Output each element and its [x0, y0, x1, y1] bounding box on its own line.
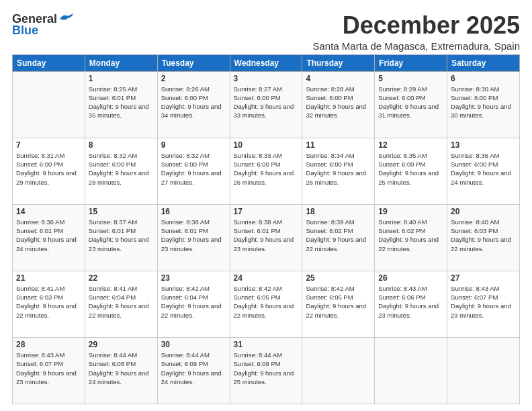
- week-row-1: 7 Sunrise: 8:31 AMSunset: 6:00 PMDayligh…: [13, 138, 520, 204]
- day-number: 5: [378, 74, 443, 83]
- day-number: 20: [451, 207, 516, 216]
- day-cell: 2 Sunrise: 8:26 AMSunset: 6:00 PMDayligh…: [157, 71, 230, 138]
- day-number: 18: [306, 207, 371, 216]
- day-cell: 14 Sunrise: 8:36 AMSunset: 6:01 PMDaylig…: [13, 204, 85, 271]
- day-info: Sunrise: 8:27 AMSunset: 6:00 PMDaylight:…: [234, 85, 294, 120]
- day-cell: 23 Sunrise: 8:42 AMSunset: 6:04 PMDaylig…: [157, 271, 230, 337]
- day-number: 14: [16, 207, 81, 216]
- day-info: Sunrise: 8:42 AMSunset: 6:04 PMDaylight:…: [161, 285, 222, 319]
- day-cell: [13, 71, 85, 138]
- day-cell: 15 Sunrise: 8:37 AMSunset: 6:01 PMDaylig…: [85, 204, 157, 271]
- day-cell: 27 Sunrise: 8:43 AMSunset: 6:07 PMDaylig…: [447, 271, 520, 337]
- day-number: 26: [378, 273, 443, 283]
- week-row-0: 1 Sunrise: 8:25 AMSunset: 6:01 PMDayligh…: [13, 71, 520, 138]
- day-cell: 26 Sunrise: 8:43 AMSunset: 6:06 PMDaylig…: [375, 271, 447, 337]
- day-info: Sunrise: 8:28 AMSunset: 6:00 PMDaylight:…: [306, 85, 366, 120]
- day-cell: 9 Sunrise: 8:32 AMSunset: 6:00 PMDayligh…: [157, 138, 230, 204]
- day-number: 25: [306, 273, 371, 283]
- day-cell: 31 Sunrise: 8:44 AMSunset: 6:09 PMDaylig…: [230, 337, 302, 404]
- day-info: Sunrise: 8:40 AMSunset: 6:02 PMDaylight:…: [378, 218, 439, 253]
- day-number: 15: [89, 207, 154, 216]
- day-cell: 19 Sunrise: 8:40 AMSunset: 6:02 PMDaylig…: [375, 204, 447, 271]
- day-info: Sunrise: 8:41 AMSunset: 6:03 PMDaylight:…: [16, 285, 77, 319]
- day-info: Sunrise: 8:44 AMSunset: 6:09 PMDaylight:…: [234, 351, 294, 385]
- header-monday: Monday: [85, 54, 157, 71]
- day-cell: 5 Sunrise: 8:29 AMSunset: 6:00 PMDayligh…: [375, 71, 447, 138]
- day-info: Sunrise: 8:34 AMSunset: 6:00 PMDaylight:…: [306, 152, 366, 186]
- header-tuesday: Tuesday: [157, 54, 230, 71]
- day-number: 11: [306, 140, 371, 150]
- day-number: 1: [89, 74, 154, 83]
- day-cell: 22 Sunrise: 8:41 AMSunset: 6:04 PMDaylig…: [85, 271, 157, 337]
- day-info: Sunrise: 8:42 AMSunset: 6:05 PMDaylight:…: [234, 285, 294, 319]
- week-row-3: 21 Sunrise: 8:41 AMSunset: 6:03 PMDaylig…: [13, 271, 520, 337]
- day-cell: 24 Sunrise: 8:42 AMSunset: 6:05 PMDaylig…: [230, 271, 302, 337]
- day-info: Sunrise: 8:39 AMSunset: 6:02 PMDaylight:…: [306, 218, 366, 253]
- day-number: 28: [16, 340, 81, 349]
- day-info: Sunrise: 8:36 AMSunset: 6:01 PMDaylight:…: [16, 218, 77, 253]
- day-info: Sunrise: 8:30 AMSunset: 6:00 PMDaylight:…: [451, 85, 511, 120]
- day-info: Sunrise: 8:42 AMSunset: 6:05 PMDaylight:…: [306, 285, 366, 319]
- day-info: Sunrise: 8:35 AMSunset: 6:00 PMDaylight:…: [378, 152, 439, 186]
- day-number: 9: [161, 140, 226, 150]
- day-number: 12: [378, 140, 443, 150]
- day-info: Sunrise: 8:32 AMSunset: 6:00 PMDaylight:…: [161, 152, 222, 186]
- logo-blue: Blue: [12, 24, 38, 38]
- day-info: Sunrise: 8:29 AMSunset: 6:00 PMDaylight:…: [378, 85, 439, 120]
- day-number: 21: [16, 273, 81, 283]
- day-cell: 20 Sunrise: 8:40 AMSunset: 6:03 PMDaylig…: [447, 204, 520, 271]
- day-cell: 29 Sunrise: 8:44 AMSunset: 6:08 PMDaylig…: [85, 337, 157, 404]
- day-number: 24: [234, 273, 299, 283]
- header-thursday: Thursday: [302, 54, 375, 71]
- header-wednesday: Wednesday: [230, 54, 302, 71]
- day-cell: 8 Sunrise: 8:32 AMSunset: 6:00 PMDayligh…: [85, 138, 157, 204]
- calendar-page: General Blue December 2025 Santa Marta d…: [0, 0, 532, 411]
- day-info: Sunrise: 8:41 AMSunset: 6:04 PMDaylight:…: [89, 285, 149, 319]
- day-info: Sunrise: 8:32 AMSunset: 6:00 PMDaylight:…: [89, 152, 149, 186]
- header-friday: Friday: [375, 54, 447, 71]
- day-cell: 1 Sunrise: 8:25 AMSunset: 6:01 PMDayligh…: [85, 71, 157, 138]
- day-info: Sunrise: 8:44 AMSunset: 6:08 PMDaylight:…: [89, 351, 149, 385]
- day-number: 3: [234, 74, 299, 83]
- title-section: December 2025 Santa Marta de Magasca, Ex…: [313, 12, 521, 52]
- day-info: Sunrise: 8:40 AMSunset: 6:03 PMDaylight:…: [451, 218, 511, 253]
- day-number: 8: [89, 140, 154, 150]
- month-title: December 2025: [313, 12, 521, 39]
- day-info: Sunrise: 8:44 AMSunset: 6:09 PMDaylight:…: [161, 351, 222, 385]
- week-row-4: 28 Sunrise: 8:43 AMSunset: 6:07 PMDaylig…: [13, 337, 520, 404]
- day-info: Sunrise: 8:33 AMSunset: 6:00 PMDaylight:…: [234, 152, 294, 186]
- day-number: 4: [306, 74, 371, 83]
- day-cell: 25 Sunrise: 8:42 AMSunset: 6:05 PMDaylig…: [302, 271, 375, 337]
- day-cell: 4 Sunrise: 8:28 AMSunset: 6:00 PMDayligh…: [302, 71, 375, 138]
- day-info: Sunrise: 8:43 AMSunset: 6:07 PMDaylight:…: [16, 351, 77, 385]
- header-saturday: Saturday: [447, 54, 520, 71]
- logo-bird-icon: [58, 13, 73, 24]
- location-title: Santa Marta de Magasca, Extremadura, Spa…: [313, 40, 521, 52]
- day-info: Sunrise: 8:37 AMSunset: 6:01 PMDaylight:…: [89, 218, 149, 253]
- day-info: Sunrise: 8:26 AMSunset: 6:00 PMDaylight:…: [161, 85, 222, 120]
- header: General Blue December 2025 Santa Marta d…: [12, 12, 520, 52]
- day-cell: 6 Sunrise: 8:30 AMSunset: 6:00 PMDayligh…: [447, 71, 520, 138]
- day-cell: 10 Sunrise: 8:33 AMSunset: 6:00 PMDaylig…: [230, 138, 302, 204]
- day-number: 19: [378, 207, 443, 216]
- day-info: Sunrise: 8:38 AMSunset: 6:01 PMDaylight:…: [161, 218, 222, 253]
- day-number: 7: [16, 140, 81, 150]
- day-info: Sunrise: 8:25 AMSunset: 6:01 PMDaylight:…: [89, 85, 149, 120]
- day-info: Sunrise: 8:38 AMSunset: 6:01 PMDaylight:…: [234, 218, 294, 253]
- logo: General Blue: [12, 12, 73, 38]
- day-number: 6: [451, 74, 516, 83]
- header-row: Sunday Monday Tuesday Wednesday Thursday…: [13, 54, 520, 71]
- calendar-table: Sunday Monday Tuesday Wednesday Thursday…: [12, 54, 520, 404]
- day-cell: 3 Sunrise: 8:27 AMSunset: 6:00 PMDayligh…: [230, 71, 302, 138]
- day-cell: 13 Sunrise: 8:36 AMSunset: 6:00 PMDaylig…: [447, 138, 520, 204]
- day-number: 16: [161, 207, 226, 216]
- day-info: Sunrise: 8:43 AMSunset: 6:06 PMDaylight:…: [378, 285, 439, 319]
- day-number: 29: [89, 340, 154, 349]
- day-number: 23: [161, 273, 226, 283]
- day-cell: [302, 337, 375, 404]
- day-number: 10: [234, 140, 299, 150]
- day-number: 30: [161, 340, 226, 349]
- day-cell: 12 Sunrise: 8:35 AMSunset: 6:00 PMDaylig…: [375, 138, 447, 204]
- day-cell: 21 Sunrise: 8:41 AMSunset: 6:03 PMDaylig…: [13, 271, 85, 337]
- day-cell: [447, 337, 520, 404]
